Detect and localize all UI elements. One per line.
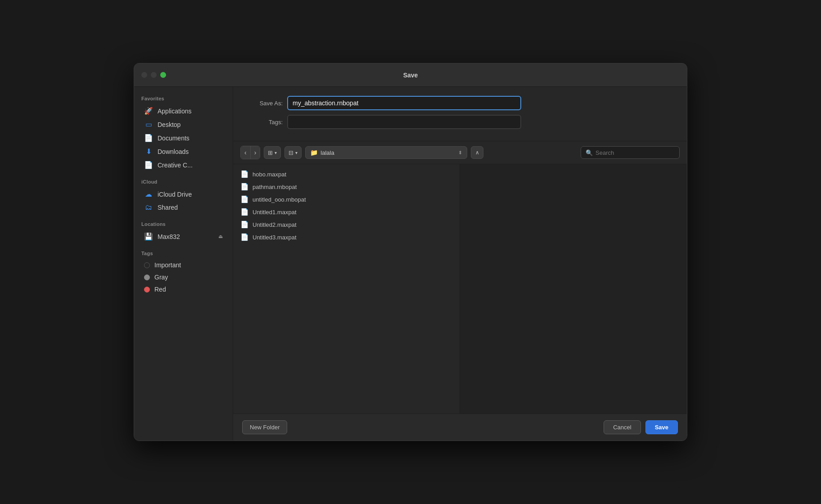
save-as-row: Save As: [247, 96, 673, 110]
save-dialog: Save Favorites 🚀 Applications ▭ Desktop … [134, 63, 687, 441]
grid-view-icon: ⊟ [289, 149, 293, 156]
grid-view-chevron: ▾ [295, 150, 298, 155]
file-icon: 📄 [240, 183, 249, 191]
sidebar-item-shared[interactable]: 🗂 Shared [137, 201, 230, 214]
collapse-icon: ∧ [475, 149, 479, 156]
column-view-chevron: ▾ [275, 150, 277, 155]
grid-view-button[interactable]: ⊟ ▾ [284, 146, 302, 159]
sidebar-item-label: Max832 [158, 233, 180, 240]
shared-icon: 🗂 [144, 203, 153, 212]
sidebar-item-creative[interactable]: 📄 Creative C... [137, 158, 230, 171]
documents-icon: 📄 [144, 134, 153, 142]
bottom-bar: New Folder Cancel Save [233, 414, 687, 441]
sidebar-item-label: Documents [158, 135, 189, 142]
red-tag-dot [144, 287, 150, 292]
sidebar-item-label: Downloads [158, 148, 189, 155]
sidebar-item-documents[interactable]: 📄 Documents [137, 131, 230, 144]
file-browser: 📄 hobo.maxpat 📄 pathman.rnbopat 📄 untitl… [233, 164, 687, 414]
locations-label: Locations [134, 220, 233, 230]
sidebar-item-label: Desktop [158, 121, 180, 128]
form-area: Save As: Tags: [233, 87, 687, 141]
favorites-label: Favorites [134, 94, 233, 104]
file-item[interactable]: 📄 hobo.maxpat [233, 168, 460, 180]
window-controls [141, 72, 166, 78]
tags-label: Tags [134, 249, 233, 259]
sidebar-item-label: Creative C... [158, 162, 193, 169]
file-item[interactable]: 📄 Untitled1.maxpat [233, 206, 460, 218]
close-button[interactable] [141, 72, 147, 78]
drive-icon: 💾 [144, 232, 153, 241]
search-icon: 🔍 [586, 149, 593, 156]
file-name: Untitled2.maxpat [253, 221, 297, 228]
bottom-actions: Cancel Save [604, 420, 678, 434]
tags-label: Tags: [247, 119, 283, 126]
sidebar-item-downloads[interactable]: ⬇ Downloads [137, 145, 230, 158]
sidebar-item-red[interactable]: Red [137, 284, 230, 295]
new-folder-button[interactable]: New Folder [242, 420, 287, 434]
sidebar-item-label: Gray [154, 274, 168, 281]
file-item[interactable]: 📄 pathman.rnbopat [233, 180, 460, 193]
file-icon: 📄 [240, 220, 249, 229]
file-list-pane: 📄 hobo.maxpat 📄 pathman.rnbopat 📄 untitl… [233, 164, 460, 414]
dialog-title: Save [403, 72, 418, 79]
save-as-input[interactable] [287, 96, 521, 110]
eject-button[interactable]: ⏏ [218, 234, 223, 239]
file-icon: 📄 [240, 208, 249, 216]
sidebar-item-applications[interactable]: 🚀 Applications [137, 104, 230, 117]
back-button[interactable]: ‹ [241, 146, 251, 159]
content-area: Save As: Tags: ‹ › ⊞ ▾ ⊟ [233, 87, 687, 441]
collapse-button[interactable]: ∧ [471, 146, 483, 159]
folder-chevron-icon: ⬍ [458, 150, 462, 156]
sidebar-item-label: Red [154, 286, 166, 293]
file-item[interactable]: 📄 Untitled2.maxpat [233, 218, 460, 231]
sidebar-item-gray[interactable]: Gray [137, 271, 230, 283]
forward-button[interactable]: › [251, 146, 260, 159]
desktop-icon: ▭ [144, 120, 153, 129]
sidebar-item-desktop[interactable]: ▭ Desktop [137, 118, 230, 131]
sidebar-item-label: iCloud Drive [158, 191, 192, 198]
file-name: Untitled3.maxpat [253, 234, 297, 241]
tags-row: Tags: [247, 115, 673, 129]
sidebar-item-icloud-drive[interactable]: ☁ iCloud Drive [137, 188, 230, 201]
folder-selector[interactable]: 📁 lalala ⬍ [305, 146, 467, 159]
sidebar-item-label: Important [154, 261, 181, 269]
icloud-drive-icon: ☁ [144, 190, 153, 198]
file-item[interactable]: 📄 Untitled3.maxpat [233, 231, 460, 243]
save-as-label: Save As: [247, 100, 283, 107]
downloads-icon: ⬇ [144, 147, 153, 156]
search-box[interactable]: 🔍 [581, 146, 680, 159]
file-icon: 📄 [240, 233, 249, 241]
minimize-button[interactable] [151, 72, 157, 78]
applications-icon: 🚀 [144, 107, 153, 115]
tags-input[interactable] [287, 115, 521, 129]
save-button[interactable]: Save [645, 420, 678, 434]
search-input[interactable] [595, 149, 675, 156]
file-name: untitled_ooo.rnbopat [253, 196, 306, 203]
gray-tag-dot [144, 274, 150, 280]
title-bar: Save [134, 63, 687, 87]
file-name: hobo.maxpat [253, 171, 286, 178]
file-icon: 📄 [240, 170, 249, 178]
maximize-button[interactable] [160, 72, 166, 78]
sidebar-item-label: Applications [158, 108, 192, 115]
sidebar-item-max832[interactable]: 💾 Max832 ⏏ [137, 230, 230, 243]
important-tag-dot [144, 262, 150, 268]
file-name: Untitled1.maxpat [253, 209, 297, 216]
toolbar: ‹ › ⊞ ▾ ⊟ ▾ 📁 lalala ⬍ ∧ [233, 141, 687, 164]
folder-name: lalala [320, 149, 456, 156]
main-layout: Favorites 🚀 Applications ▭ Desktop 📄 Doc… [134, 87, 687, 441]
sidebar-item-label: Shared [158, 204, 178, 211]
preview-pane [460, 164, 687, 414]
cancel-button[interactable]: Cancel [604, 420, 641, 434]
sidebar: Favorites 🚀 Applications ▭ Desktop 📄 Doc… [134, 87, 233, 441]
file-name: pathman.rnbopat [253, 184, 297, 190]
nav-buttons: ‹ › [240, 146, 260, 159]
icloud-label: iCloud [134, 177, 233, 187]
sidebar-item-important[interactable]: Important [137, 259, 230, 271]
folder-icon: 📁 [310, 149, 318, 156]
column-view-button[interactable]: ⊞ ▾ [264, 146, 281, 159]
column-view-icon: ⊞ [268, 149, 273, 156]
creative-icon: 📄 [144, 161, 153, 169]
file-icon: 📄 [240, 195, 249, 203]
file-item[interactable]: 📄 untitled_ooo.rnbopat [233, 193, 460, 206]
